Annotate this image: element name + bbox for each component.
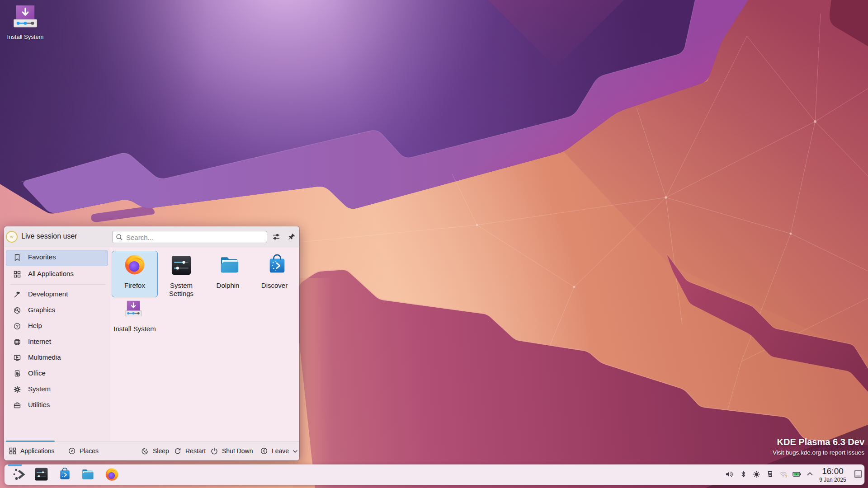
svg-text:?: ? [16,324,19,328]
svg-text:?: ? [785,474,788,479]
